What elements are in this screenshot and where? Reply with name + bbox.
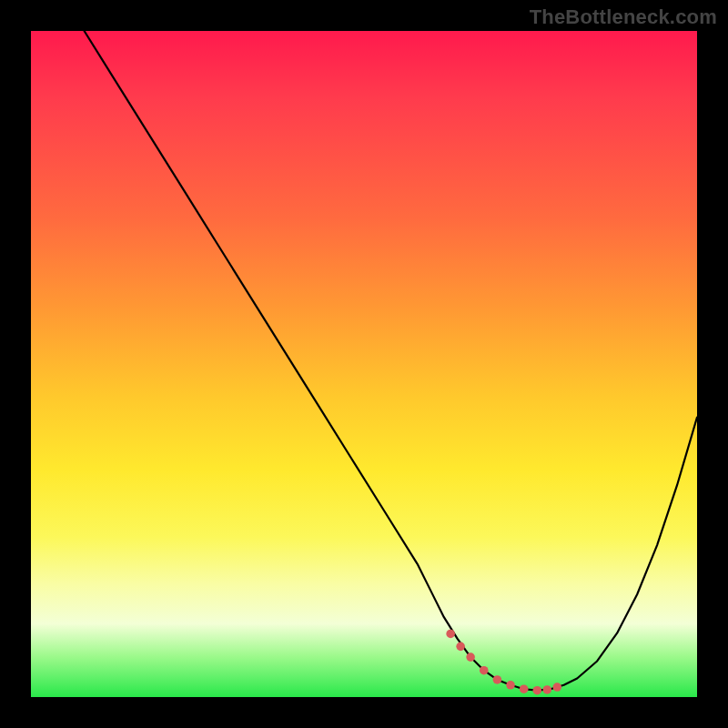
plot-area xyxy=(31,31,697,697)
marker-dot xyxy=(466,652,475,662)
marker-dot xyxy=(552,682,561,692)
marker-dot xyxy=(543,685,552,694)
marker-dot xyxy=(493,675,502,684)
chart-svg xyxy=(31,31,697,697)
marker-dot xyxy=(533,686,542,695)
highlighted-range-markers xyxy=(446,630,561,695)
marker-dot xyxy=(520,684,529,693)
bottleneck-curve xyxy=(85,31,697,691)
watermark-text: TheBottleneck.com xyxy=(530,5,717,29)
marker-dot xyxy=(506,681,515,690)
marker-dot xyxy=(480,666,489,675)
chart-container: TheBottleneck.com xyxy=(0,0,728,728)
marker-dot xyxy=(446,630,455,639)
marker-dot xyxy=(456,642,465,652)
